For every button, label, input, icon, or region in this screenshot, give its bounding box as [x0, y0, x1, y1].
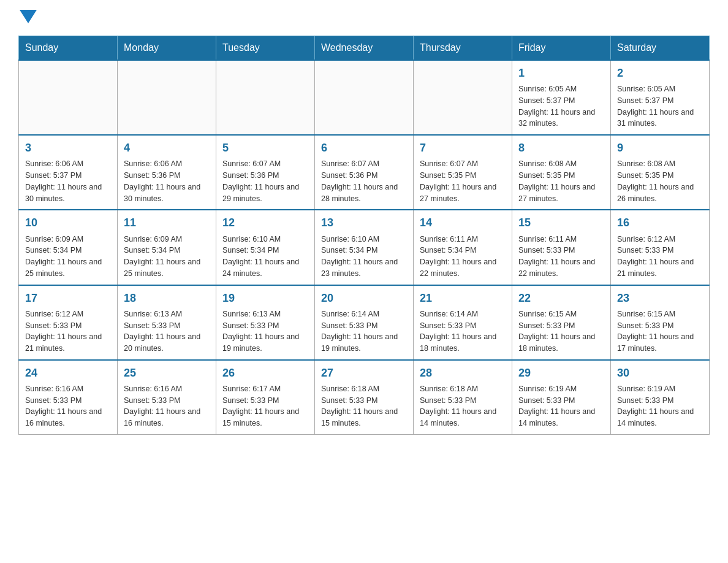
day-info: Sunrise: 6:06 AM Sunset: 5:36 PM Dayligh… — [124, 158, 210, 204]
calendar-table: SundayMondayTuesdayWednesdayThursdayFrid… — [18, 36, 710, 435]
day-number: 9 — [617, 140, 703, 156]
calendar-cell — [216, 60, 315, 135]
day-info: Sunrise: 6:17 AM Sunset: 5:33 PM Dayligh… — [222, 383, 308, 429]
day-number: 11 — [124, 215, 210, 231]
week-row-3: 10Sunrise: 6:09 AM Sunset: 5:34 PM Dayli… — [19, 210, 710, 285]
day-info: Sunrise: 6:11 AM Sunset: 5:34 PM Dayligh… — [420, 234, 506, 280]
day-info: Sunrise: 6:08 AM Sunset: 5:35 PM Dayligh… — [518, 158, 604, 204]
day-info: Sunrise: 6:09 AM Sunset: 5:34 PM Dayligh… — [25, 234, 111, 280]
weekday-header-tuesday: Tuesday — [216, 36, 315, 61]
day-info: Sunrise: 6:19 AM Sunset: 5:33 PM Dayligh… — [518, 383, 604, 429]
weekday-header-friday: Friday — [512, 36, 611, 61]
calendar-cell — [19, 60, 118, 135]
calendar-cell: 27Sunrise: 6:18 AM Sunset: 5:33 PM Dayli… — [315, 360, 414, 435]
calendar-cell: 16Sunrise: 6:12 AM Sunset: 5:33 PM Dayli… — [611, 210, 710, 285]
weekday-header-saturday: Saturday — [611, 36, 710, 61]
calendar-cell: 6Sunrise: 6:07 AM Sunset: 5:36 PM Daylig… — [315, 135, 414, 210]
day-number: 4 — [124, 140, 210, 156]
day-number: 18 — [124, 291, 210, 306]
calendar-cell: 10Sunrise: 6:09 AM Sunset: 5:34 PM Dayli… — [19, 210, 118, 285]
day-number: 19 — [222, 291, 308, 306]
day-number: 21 — [420, 291, 506, 306]
calendar-cell: 7Sunrise: 6:07 AM Sunset: 5:35 PM Daylig… — [414, 135, 512, 210]
calendar-cell: 15Sunrise: 6:11 AM Sunset: 5:33 PM Dayli… — [512, 210, 611, 285]
day-number: 16 — [617, 215, 703, 231]
calendar-cell — [414, 60, 512, 135]
day-info: Sunrise: 6:06 AM Sunset: 5:37 PM Dayligh… — [25, 158, 111, 204]
week-row-1: 1Sunrise: 6:05 AM Sunset: 5:37 PM Daylig… — [19, 60, 710, 135]
day-number: 24 — [25, 366, 111, 381]
calendar-cell: 14Sunrise: 6:11 AM Sunset: 5:34 PM Dayli… — [414, 210, 512, 285]
day-info: Sunrise: 6:10 AM Sunset: 5:34 PM Dayligh… — [222, 234, 308, 280]
day-number: 23 — [617, 291, 703, 306]
logo — [18, 12, 37, 23]
day-number: 7 — [420, 140, 506, 156]
calendar-cell: 8Sunrise: 6:08 AM Sunset: 5:35 PM Daylig… — [512, 135, 611, 210]
day-info: Sunrise: 6:15 AM Sunset: 5:33 PM Dayligh… — [617, 308, 703, 354]
calendar-cell: 24Sunrise: 6:16 AM Sunset: 5:33 PM Dayli… — [19, 360, 118, 435]
day-number: 8 — [518, 140, 604, 156]
day-info: Sunrise: 6:07 AM Sunset: 5:36 PM Dayligh… — [222, 158, 308, 204]
day-number: 6 — [321, 140, 407, 156]
calendar-cell: 22Sunrise: 6:15 AM Sunset: 5:33 PM Dayli… — [512, 285, 611, 360]
day-info: Sunrise: 6:16 AM Sunset: 5:33 PM Dayligh… — [25, 383, 111, 429]
day-number: 28 — [420, 366, 506, 381]
day-number: 25 — [124, 366, 210, 381]
day-info: Sunrise: 6:10 AM Sunset: 5:34 PM Dayligh… — [321, 234, 407, 280]
calendar-cell: 23Sunrise: 6:15 AM Sunset: 5:33 PM Dayli… — [611, 285, 710, 360]
calendar-cell: 25Sunrise: 6:16 AM Sunset: 5:33 PM Dayli… — [118, 360, 216, 435]
calendar-cell: 17Sunrise: 6:12 AM Sunset: 5:33 PM Dayli… — [19, 285, 118, 360]
day-info: Sunrise: 6:08 AM Sunset: 5:35 PM Dayligh… — [617, 158, 703, 204]
day-info: Sunrise: 6:05 AM Sunset: 5:37 PM Dayligh… — [617, 83, 703, 129]
day-info: Sunrise: 6:14 AM Sunset: 5:33 PM Dayligh… — [321, 308, 407, 354]
calendar-cell: 3Sunrise: 6:06 AM Sunset: 5:37 PM Daylig… — [19, 135, 118, 210]
logo-triangle-icon — [20, 10, 37, 23]
weekday-header-row: SundayMondayTuesdayWednesdayThursdayFrid… — [19, 36, 710, 61]
week-row-5: 24Sunrise: 6:16 AM Sunset: 5:33 PM Dayli… — [19, 360, 710, 435]
day-info: Sunrise: 6:11 AM Sunset: 5:33 PM Dayligh… — [518, 234, 604, 280]
calendar-cell: 13Sunrise: 6:10 AM Sunset: 5:34 PM Dayli… — [315, 210, 414, 285]
day-info: Sunrise: 6:09 AM Sunset: 5:34 PM Dayligh… — [124, 234, 210, 280]
day-info: Sunrise: 6:07 AM Sunset: 5:36 PM Dayligh… — [321, 158, 407, 204]
calendar-cell: 2Sunrise: 6:05 AM Sunset: 5:37 PM Daylig… — [611, 60, 710, 135]
day-number: 13 — [321, 215, 407, 231]
weekday-header-monday: Monday — [118, 36, 216, 61]
page-header — [18, 12, 710, 23]
day-info: Sunrise: 6:12 AM Sunset: 5:33 PM Dayligh… — [25, 308, 111, 354]
day-number: 30 — [617, 366, 703, 381]
calendar-cell: 21Sunrise: 6:14 AM Sunset: 5:33 PM Dayli… — [414, 285, 512, 360]
day-number: 15 — [518, 215, 604, 231]
weekday-header-sunday: Sunday — [19, 36, 118, 61]
calendar-cell: 30Sunrise: 6:19 AM Sunset: 5:33 PM Dayli… — [611, 360, 710, 435]
day-info: Sunrise: 6:18 AM Sunset: 5:33 PM Dayligh… — [420, 383, 506, 429]
week-row-4: 17Sunrise: 6:12 AM Sunset: 5:33 PM Dayli… — [19, 285, 710, 360]
calendar-cell: 4Sunrise: 6:06 AM Sunset: 5:36 PM Daylig… — [118, 135, 216, 210]
calendar-cell — [118, 60, 216, 135]
day-number: 22 — [518, 291, 604, 306]
calendar-cell: 18Sunrise: 6:13 AM Sunset: 5:33 PM Dayli… — [118, 285, 216, 360]
day-number: 26 — [222, 366, 308, 381]
calendar-cell — [315, 60, 414, 135]
day-info: Sunrise: 6:13 AM Sunset: 5:33 PM Dayligh… — [124, 308, 210, 354]
day-info: Sunrise: 6:16 AM Sunset: 5:33 PM Dayligh… — [124, 383, 210, 429]
day-info: Sunrise: 6:19 AM Sunset: 5:33 PM Dayligh… — [617, 383, 703, 429]
day-number: 10 — [25, 215, 111, 231]
weekday-header-thursday: Thursday — [414, 36, 512, 61]
day-number: 27 — [321, 366, 407, 381]
day-number: 29 — [518, 366, 604, 381]
day-number: 12 — [222, 215, 308, 231]
calendar-cell: 11Sunrise: 6:09 AM Sunset: 5:34 PM Dayli… — [118, 210, 216, 285]
calendar-cell: 19Sunrise: 6:13 AM Sunset: 5:33 PM Dayli… — [216, 285, 315, 360]
day-number: 20 — [321, 291, 407, 306]
calendar-cell: 26Sunrise: 6:17 AM Sunset: 5:33 PM Dayli… — [216, 360, 315, 435]
calendar-cell: 1Sunrise: 6:05 AM Sunset: 5:37 PM Daylig… — [512, 60, 611, 135]
day-number: 3 — [25, 140, 111, 156]
day-info: Sunrise: 6:05 AM Sunset: 5:37 PM Dayligh… — [518, 83, 604, 129]
day-info: Sunrise: 6:07 AM Sunset: 5:35 PM Dayligh… — [420, 158, 506, 204]
day-number: 5 — [222, 140, 308, 156]
calendar-cell: 28Sunrise: 6:18 AM Sunset: 5:33 PM Dayli… — [414, 360, 512, 435]
day-number: 14 — [420, 215, 506, 231]
day-info: Sunrise: 6:15 AM Sunset: 5:33 PM Dayligh… — [518, 308, 604, 354]
day-info: Sunrise: 6:12 AM Sunset: 5:33 PM Dayligh… — [617, 234, 703, 280]
day-info: Sunrise: 6:13 AM Sunset: 5:33 PM Dayligh… — [222, 308, 308, 354]
